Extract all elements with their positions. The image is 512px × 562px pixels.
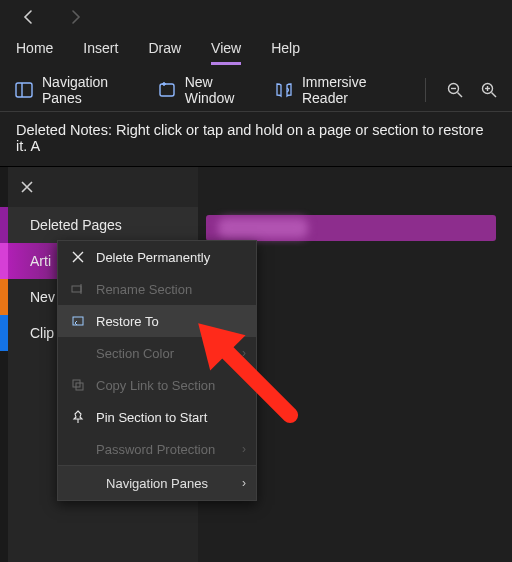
chevron-right-icon: › bbox=[242, 442, 246, 456]
ctx-navigation-panes[interactable]: Navigation Panes › bbox=[58, 466, 256, 500]
ctx-section-color: Section Color › bbox=[58, 337, 256, 369]
ctx-copy-link: Copy Link to Section bbox=[58, 369, 256, 401]
tab-help[interactable]: Help bbox=[271, 40, 300, 62]
ctx-label: Restore To bbox=[96, 314, 159, 329]
ctx-pin-to-start[interactable]: Pin Section to Start bbox=[58, 401, 256, 433]
close-panel-button[interactable] bbox=[18, 178, 36, 196]
sidebar-header[interactable]: Deleted Pages bbox=[8, 207, 198, 243]
restore-icon bbox=[70, 313, 86, 329]
tab-draw[interactable]: Draw bbox=[148, 40, 181, 62]
navigation-panes-button[interactable]: Navigation Panes bbox=[14, 74, 141, 106]
ribbon-label: Immersive Reader bbox=[302, 74, 405, 106]
context-menu: Delete Permanently Rename Section Restor… bbox=[57, 240, 257, 501]
rename-icon bbox=[70, 281, 86, 297]
svg-line-4 bbox=[457, 92, 462, 97]
new-window-icon bbox=[157, 79, 177, 101]
ctx-label: Password Protection bbox=[96, 442, 215, 457]
svg-rect-12 bbox=[73, 317, 83, 325]
link-icon bbox=[70, 377, 86, 393]
svg-rect-0 bbox=[16, 83, 32, 97]
zoom-in-button[interactable] bbox=[480, 80, 498, 100]
forward-button[interactable] bbox=[66, 8, 84, 26]
ribbon: Navigation Panes New Window Immersive Re… bbox=[0, 68, 512, 112]
svg-rect-2 bbox=[160, 84, 174, 96]
ctx-label: Pin Section to Start bbox=[96, 410, 207, 425]
tab-view[interactable]: View bbox=[211, 40, 241, 65]
tab-home[interactable]: Home bbox=[16, 40, 53, 62]
delete-icon bbox=[70, 249, 86, 265]
chevron-right-icon: › bbox=[242, 346, 246, 360]
ctx-rename-section: Rename Section bbox=[58, 273, 256, 305]
section-color-strip bbox=[0, 167, 8, 562]
chevron-right-icon: › bbox=[242, 476, 246, 490]
new-window-button[interactable]: New Window bbox=[157, 74, 258, 106]
ribbon-label: Navigation Panes bbox=[42, 74, 141, 106]
ctx-label: Section Color bbox=[96, 346, 174, 361]
immersive-reader-icon bbox=[274, 79, 294, 101]
ribbon-label: New Window bbox=[185, 74, 258, 106]
ctx-label: Rename Section bbox=[96, 282, 192, 297]
pin-icon bbox=[70, 409, 86, 425]
ribbon-tabs: Home Insert Draw View Help bbox=[0, 34, 512, 68]
lock-icon bbox=[70, 441, 86, 457]
panes-icon bbox=[14, 79, 34, 101]
ctx-password-protection: Password Protection › bbox=[58, 433, 256, 465]
color-icon bbox=[70, 345, 86, 361]
ctx-delete-permanently[interactable]: Delete Permanently bbox=[58, 241, 256, 273]
ctx-label: Delete Permanently bbox=[96, 250, 210, 265]
tab-insert[interactable]: Insert bbox=[83, 40, 118, 62]
ctx-restore-to[interactable]: Restore To bbox=[58, 305, 256, 337]
ctx-label: Copy Link to Section bbox=[96, 378, 215, 393]
ctx-label: Navigation Panes bbox=[106, 476, 208, 491]
immersive-reader-button[interactable]: Immersive Reader bbox=[274, 74, 405, 106]
info-bar: Deleted Notes: Right click or tap and ho… bbox=[0, 112, 512, 167]
back-button[interactable] bbox=[20, 8, 38, 26]
page-title-redacted bbox=[218, 218, 308, 238]
svg-line-7 bbox=[491, 92, 496, 97]
separator bbox=[425, 78, 426, 102]
svg-rect-10 bbox=[72, 286, 81, 292]
zoom-out-button[interactable] bbox=[446, 80, 464, 100]
